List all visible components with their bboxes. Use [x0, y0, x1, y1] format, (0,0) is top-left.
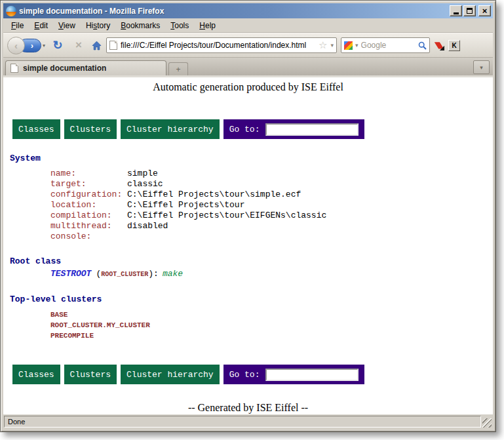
classes-button[interactable]: Classes: [12, 119, 60, 139]
close-button[interactable]: ×: [478, 5, 491, 16]
back-icon: ‹: [14, 40, 18, 51]
maximize-icon: [467, 8, 473, 14]
paren-close: ): [148, 269, 153, 279]
k-addon-label: K: [452, 42, 456, 49]
creation-feature-link[interactable]: make: [163, 269, 183, 279]
title-bar[interactable]: simple documentation - Mozilla Firefox ×: [3, 3, 493, 18]
menu-tools[interactable]: Tools: [165, 19, 194, 32]
system-entry: target:classic: [50, 179, 493, 190]
menu-bookmarks[interactable]: Bookmarks: [115, 19, 165, 32]
firefox-icon[interactable]: [6, 6, 16, 16]
cluster-link-root-cluster-my-cluster[interactable]: ROOT_CLUSTER.MY_CLUSTER: [50, 320, 493, 330]
home-icon: [91, 40, 102, 51]
refresh-button[interactable]: ↻: [49, 38, 66, 52]
address-input[interactable]: [121, 41, 315, 50]
home-button[interactable]: [91, 40, 102, 51]
page-content: Automatic generation produced by ISE Eif…: [3, 77, 493, 414]
menu-view[interactable]: View: [53, 19, 81, 32]
clusters-button[interactable]: Clusters: [64, 365, 117, 384]
root-class-heading: Root class: [10, 256, 493, 266]
back-forward-group: ‹ › ▾: [7, 37, 45, 54]
entry-label: target:: [50, 179, 127, 190]
tab-list-caret-icon: ▾: [480, 64, 483, 71]
goto-input[interactable]: [265, 369, 359, 381]
resize-grip[interactable]: [482, 418, 492, 428]
entry-value: C:\Eiffel Projects\tour\simple.ecf: [127, 190, 301, 199]
entry-value: simple: [127, 169, 158, 178]
menu-file[interactable]: File: [6, 19, 29, 32]
kaspersky-icon[interactable]: [434, 40, 444, 50]
search-box: ▾: [341, 37, 430, 53]
system-entry: console:: [50, 231, 493, 242]
menu-edit[interactable]: Edit: [29, 19, 53, 32]
page-title: Automatic generation produced by ISE Eif…: [3, 81, 493, 93]
cluster-list: BASE ROOT_CLUSTER.MY_CLUSTER PRECOMPILE: [50, 310, 493, 341]
root-class-link[interactable]: TESTROOT: [50, 269, 91, 279]
minimize-icon: [454, 12, 459, 14]
status-bar: Done: [3, 414, 493, 429]
search-input[interactable]: [361, 41, 416, 50]
menu-history[interactable]: History: [81, 19, 115, 32]
system-entry: multithread:disabled: [50, 221, 493, 231]
status-panel: Done: [4, 416, 481, 428]
address-dropdown[interactable]: ▾: [330, 42, 334, 49]
address-bar: ☆ ▾: [106, 37, 337, 53]
entry-value: C:\Eiffel Projects\tour: [127, 200, 244, 210]
cluster-hierarchy-button[interactable]: Cluster hierarchy: [121, 119, 220, 139]
entry-label: configuration:: [50, 190, 127, 200]
page-footer: -- Generated by ISE Eiffel -- For more d…: [3, 401, 493, 414]
system-entry: location:C:\Eiffel Projects\tour: [50, 200, 493, 210]
menu-bar: File Edit View History Bookmarks Tools H…: [3, 18, 493, 33]
system-entry: configuration:C:\Eiffel Projects\tour\si…: [50, 190, 493, 200]
google-icon[interactable]: [344, 41, 353, 50]
tab-page-icon: [10, 64, 18, 73]
entry-value: disabled: [127, 221, 168, 231]
entry-value: C:\Eiffel Projects\tour\EIFGENs\classic: [127, 210, 326, 220]
back-button[interactable]: ‹: [7, 37, 25, 54]
history-dropdown[interactable]: ▾: [43, 43, 45, 49]
entry-value: classic: [127, 179, 163, 189]
status-text: Done: [8, 418, 25, 426]
entry-label: name:: [50, 169, 127, 179]
colon: :: [153, 269, 159, 279]
new-tab-button[interactable]: +: [168, 62, 188, 75]
k-addon-button[interactable]: K: [448, 40, 460, 51]
goto-label: Go to:: [229, 370, 260, 380]
root-class-entry: TESTROOT(ROOT_CLUSTER):make: [50, 269, 493, 280]
close-icon: ×: [482, 8, 488, 14]
browser-window: simple documentation - Mozilla Firefox ×…: [0, 0, 496, 432]
menu-help[interactable]: Help: [194, 19, 221, 32]
clusters-button[interactable]: Clusters: [64, 119, 117, 139]
list-all-tabs-button[interactable]: ▾: [473, 60, 490, 74]
tab-simple-documentation[interactable]: simple documentation: [5, 60, 166, 75]
window-controls: ×: [450, 5, 491, 16]
cluster-link-precompile[interactable]: PRECOMPILE: [50, 330, 493, 341]
search-engine-dropdown[interactable]: ▾: [355, 42, 359, 49]
doc-nav-bottom: Classes Clusters Cluster hierarchy Go to…: [12, 365, 493, 384]
search-magnifier-icon[interactable]: [418, 41, 427, 50]
goto-label: Go to:: [229, 125, 260, 134]
tab-strip: simple documentation + ▾: [3, 58, 493, 75]
bookmark-star-icon[interactable]: ☆: [319, 39, 327, 51]
entry-label: console:: [50, 231, 127, 242]
window-title: simple documentation - Mozilla Firefox: [19, 7, 447, 16]
goto-box: Go to:: [223, 119, 365, 139]
entry-label: location:: [50, 200, 127, 210]
system-entry: compilation:C:\Eiffel Projects\tour\EIFG…: [50, 210, 493, 221]
entry-label: compilation:: [50, 210, 127, 221]
classes-button[interactable]: Classes: [12, 365, 60, 384]
entry-label: multithread:: [50, 221, 127, 231]
root-cluster-name: ROOT_CLUSTER: [101, 271, 148, 278]
clusters-heading: Top-level clusters: [10, 294, 493, 304]
cluster-hierarchy-button[interactable]: Cluster hierarchy: [121, 365, 220, 384]
goto-input[interactable]: [265, 123, 359, 136]
cluster-link-base[interactable]: BASE: [50, 310, 493, 320]
stop-button[interactable]: ×: [70, 39, 87, 52]
forward-icon: ›: [31, 41, 33, 50]
goto-box: Go to:: [223, 365, 365, 384]
footer-line1: -- Generated by ISE Eiffel --: [3, 401, 493, 414]
maximize-button[interactable]: [463, 5, 476, 16]
minimize-button[interactable]: [450, 5, 462, 16]
system-entry: name:simple: [50, 169, 493, 179]
doc-nav-top: Classes Clusters Cluster hierarchy Go to…: [12, 119, 493, 139]
